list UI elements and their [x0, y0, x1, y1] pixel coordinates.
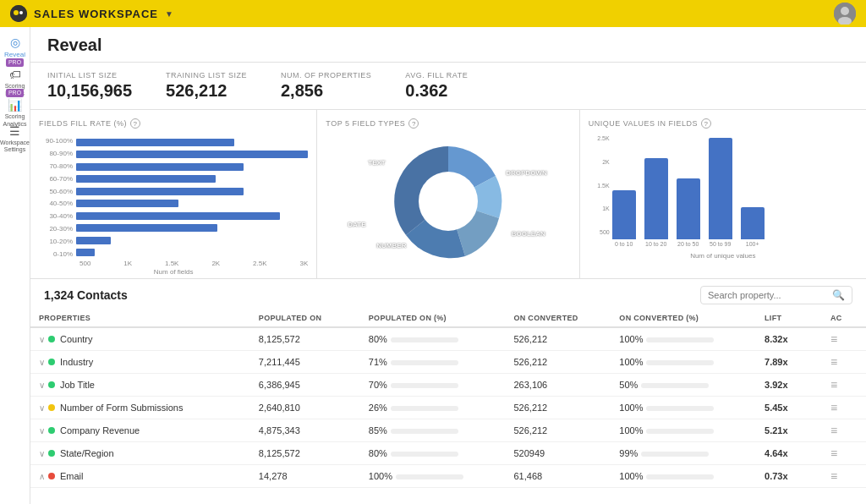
action-icon-3[interactable]: ≡ [830, 378, 837, 392]
cell-property-7: ∧Email [30, 465, 250, 488]
search-input[interactable] [708, 290, 827, 300]
cell-property-4: ∨Number of Form Submissions [30, 397, 250, 419]
cell-ac-4[interactable]: ≡ [822, 397, 866, 419]
action-icon-7[interactable]: ≡ [830, 469, 837, 483]
unique-values-bars-container: 2.5K 2K 1.5K 1K 500 0 to 10 [589, 135, 858, 260]
progress-conv-container-5 [646, 429, 714, 434]
cell-converted-2: 526,212 [505, 351, 611, 374]
donut-chart: TEXT DROPDOWN BOOLEAN NUMBER DATE [326, 135, 570, 266]
sidebar-item-reveal[interactable]: ◎ Reveal [2, 34, 29, 61]
cell-ac-2[interactable]: ≡ [822, 351, 866, 374]
cell-converted-3: 263,106 [505, 374, 611, 397]
cell-conv-pct-5: 100% [611, 419, 756, 442]
cell-pop-pct-4: 26% [360, 397, 506, 419]
unique-values-help[interactable]: ? [701, 118, 711, 129]
table-header-row: 1,324 Contacts 🔍 [30, 279, 866, 310]
table-row: ∨Industry 7,211,445 71% 526,212 100% 7.8… [30, 351, 866, 374]
table-row: ∨Company Revenue 4,875,343 85% 526,212 1… [30, 419, 866, 442]
stat-initial-list: INITIAL LIST SIZE 10,156,965 [47, 71, 132, 101]
table-row: ∧Email 14,278 100% 61,468 100% 0.73x ≡ [30, 465, 866, 488]
fields-fill-rate-help[interactable]: ? [130, 118, 140, 129]
fields-fill-rate-title: FIELDS FILL RATE (%) ? [39, 118, 308, 129]
action-icon-4[interactable]: ≡ [830, 401, 837, 414]
sidebar-item-workspace-settings[interactable]: ☰ WorkspaceSettings [2, 125, 29, 152]
cell-ac-1[interactable]: ≡ [822, 327, 866, 351]
bar-row-6 [76, 199, 308, 209]
svg-point-6 [419, 172, 478, 231]
cell-lift-4: 5.45x [756, 397, 822, 419]
col-header-populated-pct: POPULATED ON (%) [360, 310, 506, 327]
cell-converted-1: 526,212 [505, 327, 611, 351]
action-icon-2[interactable]: ≡ [830, 355, 837, 369]
dot-4 [48, 404, 55, 411]
unique-values-bars: 0 to 10 10 to 20 20 to 50 50 to 99 [612, 145, 858, 247]
table-scroll-container[interactable]: PROPERTIES POPULATED ON POPULATED ON (%)… [30, 310, 866, 504]
data-table: PROPERTIES POPULATED ON POPULATED ON (%)… [30, 310, 866, 488]
stat-avg-fill: AVG. FILL RATE 0.362 [405, 71, 468, 101]
action-icon-5[interactable]: ≡ [830, 424, 837, 437]
dot-6 [48, 450, 55, 457]
expand-icon-1[interactable]: ∨ [39, 335, 45, 344]
cell-conv-pct-3: 50% [611, 374, 756, 397]
expand-icon-7[interactable]: ∧ [39, 472, 45, 481]
progress-conv-container-3 [641, 383, 709, 388]
top-field-types-help[interactable]: ? [408, 118, 419, 129]
cell-pop-pct-6: 80% [360, 442, 506, 465]
cell-property-1: ∨Country [30, 327, 250, 351]
action-icon-6[interactable]: ≡ [830, 446, 837, 460]
progress-conv-container-4 [646, 406, 714, 411]
bar-row-4 [76, 174, 308, 184]
table-row: ∨State/Region 8,125,572 80% 520949 99% 4… [30, 442, 866, 465]
table-header: PROPERTIES POPULATED ON POPULATED ON (%)… [30, 310, 866, 327]
stat-avg-fill-value: 0.362 [405, 81, 468, 101]
expand-icon-6[interactable]: ∨ [39, 449, 45, 458]
table-row: ∨Job Title 6,386,945 70% 263,106 50% 3.9… [30, 374, 866, 397]
stat-training-list: TRAINING LIST SIZE 526,212 [166, 71, 247, 101]
charts-section: FIELDS FILL RATE (%) ? 90-100% 80-90% 70… [30, 110, 866, 279]
sidebar-item-scoring-analytics[interactable]: PRO 📊 ScoringAnalytics [2, 95, 29, 122]
top-field-types-chart: TOP 5 FIELD TYPES ? [317, 110, 579, 278]
donut-label-date: DATE [348, 221, 365, 228]
user-avatar[interactable] [834, 3, 856, 25]
action-icon-1[interactable]: ≡ [830, 332, 837, 346]
sidebar-label-workspace-settings: WorkspaceSettings [0, 140, 30, 154]
search-box[interactable]: 🔍 [700, 286, 852, 304]
bar2-2 [644, 158, 668, 239]
stat-num-properties: NUM. OF PROPERTIES 2,856 [281, 71, 371, 101]
stat-initial-list-label: INITIAL LIST SIZE [47, 71, 132, 79]
bar2-5 [741, 207, 765, 239]
cell-ac-6[interactable]: ≡ [822, 442, 866, 465]
topbar: SALES WORKSPACE ▼ [0, 0, 866, 27]
cell-pop-on-7: 14,278 [250, 465, 360, 488]
workspace-chevron[interactable]: ▼ [165, 9, 173, 19]
expand-icon-4[interactable]: ∨ [39, 403, 45, 413]
cell-property-6: ∨State/Region [30, 442, 250, 465]
donut-label-number: NUMBER [376, 242, 406, 249]
app-logo [10, 5, 27, 22]
col-header-populated-on: POPULATED ON [250, 310, 360, 327]
bar-row-2 [76, 150, 308, 160]
bar2-label-4: 50 to 99 [710, 241, 731, 247]
cell-ac-5[interactable]: ≡ [822, 419, 866, 442]
sidebar: ◎ Reveal PRO 🏷 ScoringModels PRO 📊 Scori… [0, 27, 30, 504]
expand-icon-2[interactable]: ∨ [39, 358, 45, 367]
bar-chart-bars [76, 135, 308, 258]
cell-pop-on-5: 4,875,343 [250, 419, 360, 442]
progress-bar-container-4 [391, 406, 458, 411]
bar2-col-2: 10 to 20 [644, 158, 668, 247]
bar2-col-5: 100+ [741, 207, 765, 247]
donut-label-boolean: BOOLEAN [512, 230, 545, 238]
dot-1 [48, 336, 55, 342]
scoring-analytics-icon: 📊 [8, 98, 22, 112]
sidebar-item-scoring-models[interactable]: PRO 🏷 ScoringModels [2, 64, 29, 91]
unique-values-title: UNIQUE VALUES IN FIELDS ? [589, 118, 858, 129]
stat-training-list-value: 526,212 [166, 81, 247, 101]
table-row: ∨Number of Form Submissions 2,640,810 26… [30, 397, 866, 419]
expand-icon-3[interactable]: ∨ [39, 381, 45, 390]
progress-bar-container-5 [391, 429, 458, 434]
cell-ac-7[interactable]: ≡ [822, 465, 866, 488]
dot-3 [48, 381, 55, 388]
expand-icon-5[interactable]: ∨ [39, 426, 45, 436]
cell-conv-pct-2: 100% [611, 351, 756, 374]
cell-ac-3[interactable]: ≡ [822, 374, 866, 397]
